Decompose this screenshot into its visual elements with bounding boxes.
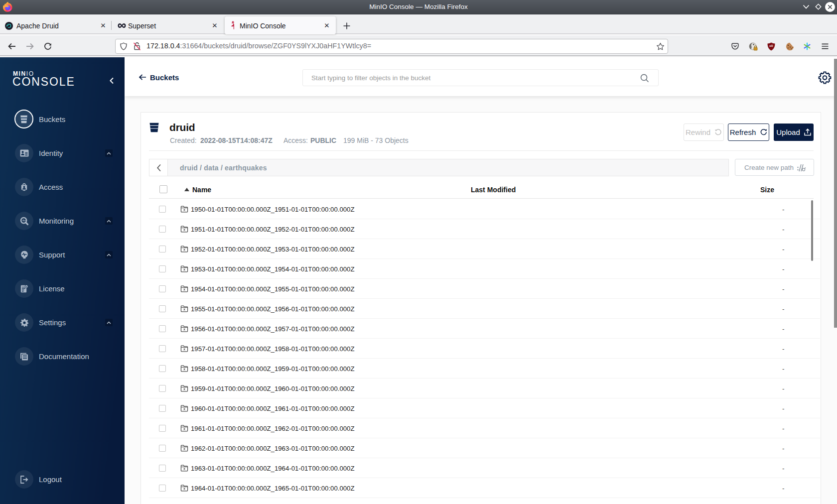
svg-text:uO: uO [769, 44, 773, 47]
